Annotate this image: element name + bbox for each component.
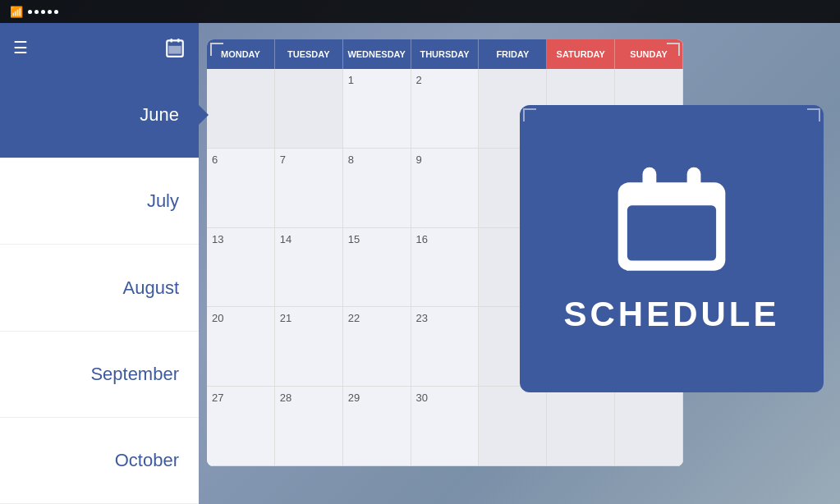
cal-header-friday: FRIDAY bbox=[479, 39, 547, 69]
wifi-icon: 📶 bbox=[10, 6, 23, 18]
sidebar-month-august[interactable]: August bbox=[0, 245, 199, 331]
cal-header-saturday: SATURDAY bbox=[547, 39, 615, 69]
cal-cell-22[interactable]: 22 bbox=[343, 307, 411, 387]
svg-rect-3 bbox=[168, 46, 181, 54]
cal-cell-2[interactable]: 2 bbox=[411, 69, 480, 149]
sidebar-month-june[interactable]: June bbox=[0, 72, 199, 158]
cal-cell-28[interactable]: 28 bbox=[275, 387, 343, 466]
cal-cell-16[interactable]: 16 bbox=[411, 228, 480, 308]
cal-cell-21[interactable]: 21 bbox=[275, 307, 343, 387]
schedule-calendar-icon bbox=[610, 163, 733, 278]
hamburger-icon[interactable]: ☰ bbox=[13, 38, 28, 57]
cal-cell-1[interactable]: 1 bbox=[343, 69, 411, 149]
main-content: MONDAYTUESDAYWEDNESDAYTHURSDAYFRIDAYSATU… bbox=[199, 23, 840, 504]
cal-cell-14[interactable]: 14 bbox=[275, 228, 343, 308]
svg-rect-7 bbox=[627, 205, 716, 260]
cal-cell-empty-4-4 bbox=[479, 387, 547, 466]
sidebar-header: ☰ bbox=[0, 23, 199, 72]
cal-header-wednesday: WEDNESDAY bbox=[343, 39, 411, 69]
cal-cell-15[interactable]: 15 bbox=[343, 228, 411, 308]
cal-cell-empty-4-5 bbox=[547, 387, 615, 466]
cal-cell-9[interactable]: 9 bbox=[411, 149, 480, 228]
schedule-overlay: SCHEDULE bbox=[520, 105, 824, 392]
corner-handle-tl[interactable] bbox=[210, 43, 223, 56]
sidebar: ☰ JuneJulyAugustSeptemberOctober bbox=[0, 23, 199, 504]
cal-cell-empty-0-1 bbox=[275, 69, 343, 149]
cal-header-thursday: THURSDAY bbox=[411, 39, 480, 69]
cal-header-tuesday: TUESDAY bbox=[275, 39, 343, 69]
app-container: ☰ JuneJulyAugustSeptemberOctober MONDAYT… bbox=[0, 23, 840, 504]
schedule-title: SCHEDULE bbox=[563, 295, 779, 334]
cal-cell-13[interactable]: 13 bbox=[207, 228, 275, 308]
calendar-header: MONDAYTUESDAYWEDNESDAYTHURSDAYFRIDAYSATU… bbox=[207, 39, 683, 69]
cal-cell-23[interactable]: 23 bbox=[411, 307, 480, 387]
cal-cell-27[interactable]: 27 bbox=[207, 387, 275, 466]
cal-cell-7[interactable]: 7 bbox=[275, 149, 343, 228]
sidebar-month-september[interactable]: September bbox=[0, 332, 199, 418]
sidebar-month-july[interactable]: July bbox=[0, 158, 199, 245]
cal-cell-empty-4-6 bbox=[615, 387, 683, 466]
signal-dots bbox=[28, 10, 58, 14]
cal-cell-6[interactable]: 6 bbox=[207, 149, 275, 228]
calendar-header-icon bbox=[164, 37, 186, 58]
cal-cell-8[interactable]: 8 bbox=[343, 149, 411, 228]
corner-handle-tr[interactable] bbox=[667, 43, 680, 56]
cal-cell-20[interactable]: 20 bbox=[207, 307, 275, 387]
sidebar-month-october[interactable]: October bbox=[0, 418, 199, 504]
cal-cell-29[interactable]: 29 bbox=[343, 387, 411, 466]
status-bar: 📶 bbox=[0, 0, 840, 23]
cal-cell-30[interactable]: 30 bbox=[411, 387, 480, 466]
sidebar-months: JuneJulyAugustSeptemberOctober bbox=[0, 72, 199, 504]
cal-cell-empty-0-0 bbox=[207, 69, 275, 149]
schedule-corner-tl[interactable] bbox=[523, 108, 536, 121]
schedule-corner-tr[interactable] bbox=[807, 108, 820, 121]
